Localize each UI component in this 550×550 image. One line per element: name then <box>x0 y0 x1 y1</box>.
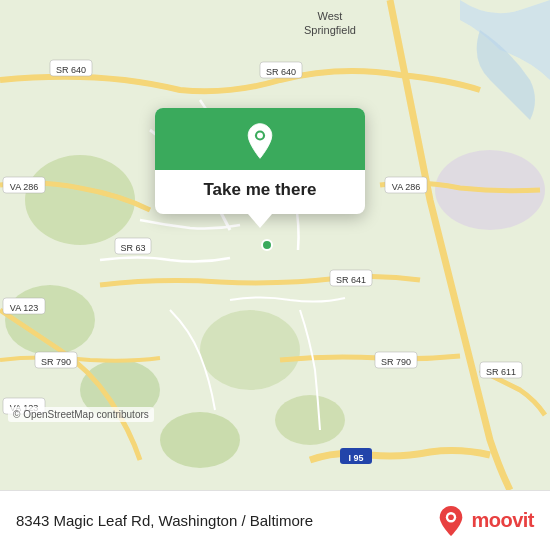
svg-point-2 <box>25 155 135 245</box>
map-view: SR 640 SR 640 VA 286 VA 286 SR 641 SR 63… <box>0 0 550 490</box>
location-popup: Take me there <box>155 108 365 214</box>
svg-point-36 <box>257 133 263 139</box>
svg-point-7 <box>160 412 240 468</box>
moovit-brand-name: moovit <box>471 509 534 532</box>
svg-text:SR 790: SR 790 <box>41 357 71 367</box>
svg-text:SR 790: SR 790 <box>381 357 411 367</box>
svg-text:SR 640: SR 640 <box>56 65 86 75</box>
svg-text:Springfield: Springfield <box>304 24 356 36</box>
popup-header <box>155 108 365 170</box>
moovit-logo: moovit <box>437 505 534 537</box>
popup-arrow <box>248 214 272 228</box>
svg-text:SR 640: SR 640 <box>266 67 296 77</box>
location-pin-icon <box>241 122 279 160</box>
moovit-pin-icon <box>437 505 465 537</box>
svg-point-6 <box>275 395 345 445</box>
take-me-there-button[interactable]: Take me there <box>203 180 316 200</box>
svg-point-38 <box>449 514 455 520</box>
svg-text:VA 123: VA 123 <box>10 303 38 313</box>
svg-text:I 95: I 95 <box>348 453 363 463</box>
svg-text:SR 63: SR 63 <box>120 243 145 253</box>
svg-text:SR 641: SR 641 <box>336 275 366 285</box>
copyright-text: © OpenStreetMap contributors <box>8 407 154 422</box>
svg-point-5 <box>200 310 300 390</box>
address-label: 8343 Magic Leaf Rd, Washington / Baltimo… <box>16 512 437 529</box>
svg-text:VA 286: VA 286 <box>10 182 38 192</box>
svg-text:VA 286: VA 286 <box>392 182 420 192</box>
svg-text:SR 611: SR 611 <box>486 367 516 377</box>
svg-text:West: West <box>318 10 343 22</box>
bottom-bar: 8343 Magic Leaf Rd, Washington / Baltimo… <box>0 490 550 550</box>
svg-point-34 <box>262 240 272 250</box>
